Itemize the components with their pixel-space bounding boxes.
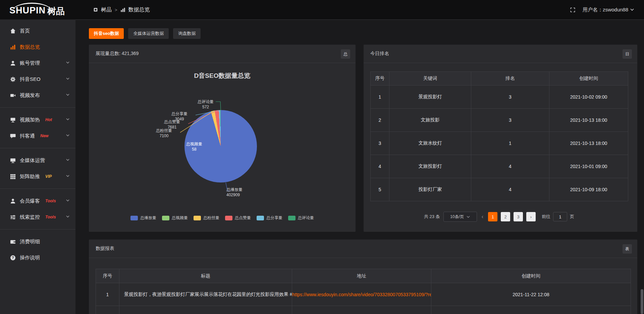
pie-chart: D音SEO数据量总览 总评论量 572 总分享量 3049 总点赞量 7681 [89,63,356,232]
tab-media-ops-data[interactable]: 全媒体运营数据 [128,28,169,39]
sidebar-item-data-overview[interactable]: 数据总览 [0,39,75,55]
report-table: 序号 标题 地址 创建时间 1 景观投影灯，夜游景观投影灯厂家展示展示落花灯在花… [96,269,631,314]
legend-swatch [257,216,264,220]
sidebar-item-media-ops[interactable]: 全媒体运营 [0,152,75,168]
tools-badge: Tools [45,199,56,203]
page-button-1[interactable]: 1 [488,212,497,221]
chevron-down-icon [630,8,634,11]
sidebar-item-label: 消费明细 [20,239,40,245]
hot-badge: Hot [45,117,52,122]
sidebar-item-lead-monitor[interactable]: 线索监控 Tools [0,209,75,225]
sidebar-item-douketong[interactable]: 抖客通 New [0,128,75,144]
col-header-title: 标题 [119,269,292,283]
logo-text-en: SHUPIN [9,5,46,16]
table-row[interactable]: 1 景观投影灯，夜游景观投影灯厂家展示展示落花灯在花园里的灯光投影应用效果 # … [96,283,631,306]
cell-created: 2021-10-13 18:00 [549,132,628,155]
pagination-total: 共 23 条 [424,214,440,220]
report-panel: 数据报表 表 序号 标题 地址 创建时间 1 景观投影灯，夜游景观投影灯厂家展示… [89,240,637,314]
breadcrumb-current[interactable]: 数据总览 [128,6,150,13]
cell-index: 3 [371,132,389,155]
chevron-down-icon [66,215,69,218]
rank-panel-title: 今日排名 [370,51,389,57]
tab-inquiry-data[interactable]: 询盘数据 [173,28,201,39]
sidebar-item-video-publish[interactable]: 视频发布 [0,87,75,103]
scrollbar-thumb[interactable] [641,289,643,314]
bar-chart-icon [120,7,125,12]
pie-label-name: 总分享量 [163,111,196,116]
user-menu[interactable]: 用户名：zswodun88 [583,7,634,13]
overview-panel-title: 展现量总数: 421,369 [96,51,139,57]
breadcrumb-root[interactable]: 树品 [101,6,112,13]
table-header-row: 序号 标题 地址 创建时间 [96,269,631,283]
sidebar-item-label: 数据总览 [20,44,40,50]
table-row[interactable]: 2 文旅投影 3 2021-10-13 18:00 [371,109,628,132]
legend-item-likes[interactable]: 总点赞量 [225,215,251,221]
pie-label-name: 总点赞量 [156,119,188,124]
table-row-partial [96,306,631,314]
legend-swatch [288,216,296,220]
table-row[interactable]: 3 文旅水纹灯 1 2021-10-13 18:00 [371,132,628,155]
col-header-keyword: 关键词 [389,72,471,86]
sidebar-item-video-heat[interactable]: 视频加热 Hot [0,112,75,128]
user-icon [10,60,16,66]
sidebar-item-label: 抖客通 [20,133,35,139]
top-bar: SHUPIN 树品 树品 > 数据总览 用户名：zswodun88 [0,0,644,19]
legend-item-fans[interactable]: 总粉丝量 [194,215,219,221]
sidebar-item-instructions[interactable]: 操作说明 [0,250,75,266]
day-button[interactable]: 日 [623,49,632,59]
sidebar-divider [0,189,75,189]
legend-item-comments[interactable]: 总评论量 [288,215,314,221]
cell-empty [119,306,292,314]
legend-label: 总分享量 [266,215,282,221]
cell-empty [431,306,631,314]
table-row[interactable]: 5 投影灯厂家 4 2021-10-09 18:00 [371,178,628,201]
pie-legend: 总播放量 总视频量 总粉丝量 总点赞量 总分享量 总评论量 [89,215,356,221]
sidebar-item-member-baoke[interactable]: 会员爆客 Tools [0,193,75,209]
col-header-index: 序号 [371,72,389,86]
cell-index: 2 [371,109,389,132]
goto-page-input[interactable] [553,212,567,221]
legend-label: 总点赞量 [235,215,251,221]
sidebar-item-matrix-boost[interactable]: 矩阵助推 VIP [0,168,75,185]
next-page-button[interactable]: › [526,212,536,221]
cell-index: 4 [371,155,389,178]
report-panel-header: 数据报表 表 [89,240,637,258]
legend-item-plays[interactable]: 总播放量 [130,215,156,221]
page-size-select[interactable]: 10条/页 [443,212,477,222]
table-button[interactable]: 表 [623,244,632,254]
sidebar-item-consumption[interactable]: 消费明细 [0,233,75,250]
legend-label: 总播放量 [140,215,156,221]
fullscreen-icon[interactable] [570,7,575,12]
total-button[interactable]: 总 [341,49,350,59]
legend-swatch [130,216,138,220]
vip-badge: VIP [45,174,52,179]
pie-label-value: 572 [190,104,222,110]
sidebar-item-label: 视频加热 [20,117,40,123]
video-link[interactable]: https://www.iesdouyin.com/share/video/70… [292,292,431,297]
sidebar-item-home[interactable]: 首页 [0,23,75,39]
table-row[interactable]: 4 文旅投影灯 4 2021-10-01 09:00 [371,155,628,178]
legend-item-videos[interactable]: 总视频量 [162,215,188,221]
legend-item-shares[interactable]: 总分享量 [257,215,282,221]
cell-keyword: 文旅水纹灯 [389,132,471,155]
pie-label-value: 402909 [226,192,259,198]
pie-label-value: 7100 [148,133,180,139]
cell-created: 2021-10-09 18:00 [549,178,628,201]
sidebar-item-douyin-seo[interactable]: 抖音SEO [0,71,75,87]
cell-created: 2021-10-01 09:00 [549,155,628,178]
question-icon [10,255,16,261]
page-button-2[interactable]: 2 [501,212,510,221]
sliders-icon [10,214,16,220]
pie-label-fans: 总粉丝量 7100 [148,128,180,139]
tab-douyin-seo-data[interactable]: 抖音seo数据 [89,28,124,39]
prev-page-button[interactable]: ‹ [480,214,485,220]
sidebar-item-label: 首页 [20,28,30,34]
home-icon [10,28,16,34]
cell-created: 2021-11-22 12:08 [431,283,631,306]
sidebar-item-account[interactable]: 账号管理 [0,55,75,71]
table-row[interactable]: 1 景观投影灯 3 2021-10-02 09:00 [371,86,628,109]
page-button-3[interactable]: 3 [514,212,523,221]
sidebar-item-label: 抖音SEO [20,76,41,83]
overview-panel: 展现量总数: 421,369 总 D音SEO数据量总览 总评论量 572 总分享… [89,45,356,232]
sidebar-item-label: 矩阵助推 [20,173,40,180]
